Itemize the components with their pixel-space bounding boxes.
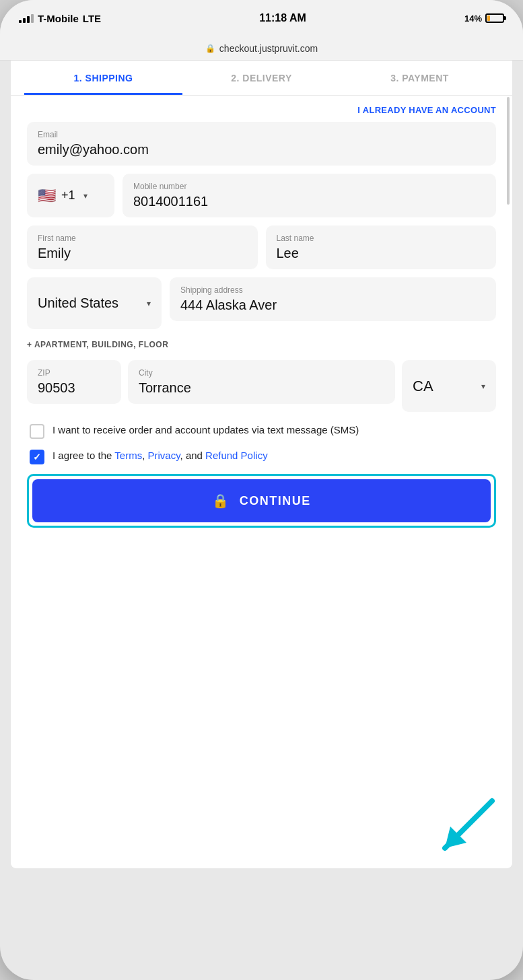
url-bar: 🔒 checkout.justpruvit.com bbox=[0, 36, 523, 61]
continue-label: CONTINUE bbox=[240, 494, 311, 508]
agree-text: I agree to the Terms, Privacy, and Refun… bbox=[53, 448, 268, 462]
state-value: CA bbox=[413, 378, 433, 395]
url-lock-icon: 🔒 bbox=[205, 44, 215, 53]
continue-button[interactable]: 🔒 CONTINUE bbox=[32, 479, 491, 522]
mobile-field[interactable]: Mobile number 8014001161 bbox=[123, 174, 496, 217]
first-name-label: First name bbox=[38, 234, 247, 243]
apt-link[interactable]: + APARTMENT, BUILDING, FLOOR bbox=[27, 337, 496, 352]
account-link[interactable]: I ALREADY HAVE AN ACCOUNT bbox=[27, 96, 496, 122]
agree-checkbox-row: I agree to the Terms, Privacy, and Refun… bbox=[27, 448, 496, 464]
network: LTE bbox=[83, 13, 101, 24]
state-selector[interactable]: CA ▾ bbox=[402, 360, 496, 412]
country-code-value: +1 bbox=[61, 188, 75, 203]
last-name-label: Last name bbox=[277, 234, 486, 243]
shipping-address-value: 444 Alaska Aver bbox=[180, 298, 485, 313]
status-bar: T-Mobile LTE 11:18 AM 14% bbox=[0, 0, 523, 36]
city-label: City bbox=[139, 368, 384, 378]
email-value: emily@yahoo.com bbox=[38, 142, 485, 158]
shipping-address-label: Shipping address bbox=[180, 285, 485, 295]
flag-icon: 🇺🇸 bbox=[38, 187, 56, 205]
first-name-field[interactable]: First name Emily bbox=[27, 225, 258, 269]
terms-link[interactable]: Terms bbox=[114, 450, 142, 461]
mobile-label: Mobile number bbox=[133, 182, 485, 191]
first-name-value: Emily bbox=[38, 246, 247, 261]
last-name-value: Lee bbox=[277, 246, 486, 261]
status-left: T-Mobile LTE bbox=[19, 13, 101, 24]
email-field[interactable]: Email emily@yahoo.com bbox=[27, 122, 496, 166]
email-label: Email bbox=[38, 130, 485, 139]
country-code-selector[interactable]: 🇺🇸 +1 ▾ bbox=[27, 174, 114, 217]
refund-policy-link[interactable]: Refund Policy bbox=[205, 450, 268, 461]
state-chevron-icon: ▾ bbox=[481, 382, 485, 391]
mobile-value: 8014001161 bbox=[133, 194, 485, 209]
tabs-bar: 1. Shipping 2. Delivery 3. Payment bbox=[11, 61, 512, 96]
phone-row: 🇺🇸 +1 ▾ Mobile number 8014001161 bbox=[27, 174, 496, 217]
zip-value: 90503 bbox=[38, 380, 110, 396]
continue-wrapper: 🔒 CONTINUE bbox=[27, 474, 496, 528]
agree-checkbox[interactable] bbox=[30, 450, 44, 464]
zip-label: ZIP bbox=[38, 368, 110, 378]
privacy-link[interactable]: Privacy bbox=[147, 450, 180, 461]
lock-icon: 🔒 bbox=[212, 493, 230, 509]
arrow-indicator bbox=[438, 794, 499, 855]
sms-checkbox[interactable] bbox=[30, 424, 44, 439]
chevron-down-icon: ▾ bbox=[83, 191, 88, 201]
battery-fill bbox=[487, 15, 490, 21]
status-right: 14% bbox=[464, 13, 504, 24]
country-value: United States bbox=[38, 295, 118, 311]
country-selector[interactable]: United States ▾ bbox=[27, 277, 162, 329]
last-name-field[interactable]: Last name Lee bbox=[266, 225, 497, 269]
carrier: T-Mobile bbox=[38, 13, 79, 24]
sms-checkbox-row: I want to receive order and account upda… bbox=[27, 423, 496, 439]
phone-frame: T-Mobile LTE 11:18 AM 14% 🔒 checkout.jus… bbox=[0, 0, 523, 980]
main-content: 1. Shipping 2. Delivery 3. Payment I ALR… bbox=[11, 61, 512, 868]
tab-payment[interactable]: 3. Payment bbox=[341, 61, 499, 95]
form-area: I ALREADY HAVE AN ACCOUNT Email emily@ya… bbox=[11, 96, 512, 544]
url-text: checkout.justpruvit.com bbox=[219, 43, 318, 54]
sms-text: I want to receive order and account upda… bbox=[53, 423, 359, 437]
city-field[interactable]: City Torrance bbox=[128, 360, 395, 404]
country-chevron-icon: ▾ bbox=[147, 299, 151, 308]
battery-icon bbox=[485, 13, 504, 23]
name-row: First name Emily Last name Lee bbox=[27, 225, 496, 269]
tab-delivery[interactable]: 2. Delivery bbox=[182, 61, 341, 95]
signal-bars bbox=[19, 13, 34, 23]
time: 11:18 AM bbox=[259, 12, 306, 24]
country-address-row: United States ▾ Shipping address 444 Ala… bbox=[27, 277, 496, 329]
zip-city-state-row: ZIP 90503 City Torrance CA ▾ bbox=[27, 360, 496, 412]
city-value: Torrance bbox=[139, 380, 384, 396]
zip-field[interactable]: ZIP 90503 bbox=[27, 360, 121, 404]
tab-shipping[interactable]: 1. Shipping bbox=[24, 61, 182, 95]
scrollbar[interactable] bbox=[507, 97, 510, 205]
shipping-address-field[interactable]: Shipping address 444 Alaska Aver bbox=[170, 277, 496, 321]
battery-percent: 14% bbox=[464, 13, 482, 24]
